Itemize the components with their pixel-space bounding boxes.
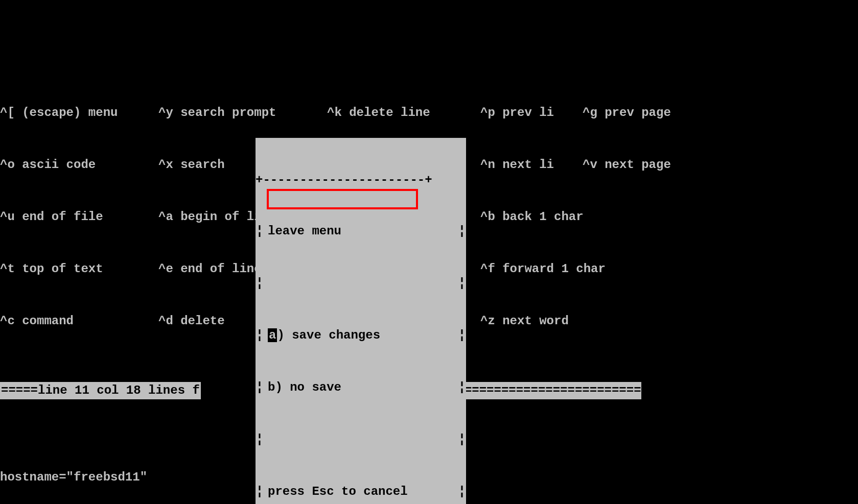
dialog-side-right: ¦ [458, 223, 466, 240]
option-a-letter: a [268, 328, 277, 342]
help-next-li: ^n next li [480, 156, 583, 174]
help-search-prompt: ^y search prompt [158, 104, 327, 122]
help-top-of-text: ^t top of text [0, 260, 158, 278]
dialog-blank-1 [264, 275, 458, 292]
help-next-page: ^v next page [583, 156, 736, 174]
help-ascii-code: ^o ascii code [0, 156, 158, 174]
help-back-1-char: ^b back 1 char [480, 208, 736, 226]
dialog-blank-2 [264, 431, 458, 448]
option-a-text: ) save changes [277, 328, 380, 342]
help-prev-page: ^g prev page [583, 104, 736, 122]
help-delete-line: ^k delete line [327, 104, 480, 122]
help-command: ^c command [0, 313, 158, 330]
dialog-title: leave menu [264, 223, 458, 240]
status-position: =====line 11 col 18 lines f [0, 382, 201, 399]
help-prev-li: ^p prev li [480, 104, 583, 122]
help-escape-menu: ^[ (escape) menu [0, 104, 158, 122]
dialog-hint: press Esc to cancel [264, 483, 458, 500]
help-forward-1-char: ^f forward 1 char [480, 260, 736, 278]
leave-menu-dialog: +----------------------+ ¦ leave menu ¦ … [256, 138, 466, 504]
dialog-side-left: ¦ [256, 223, 264, 240]
help-end-of-file: ^u end of file [0, 208, 158, 226]
help-next-word: ^z next word [480, 313, 736, 330]
menu-option-save-changes[interactable]: a) save changes [264, 327, 458, 344]
dialog-border-top: +----------------------+ [256, 173, 466, 188]
menu-option-no-save[interactable]: b) no save [264, 379, 458, 396]
